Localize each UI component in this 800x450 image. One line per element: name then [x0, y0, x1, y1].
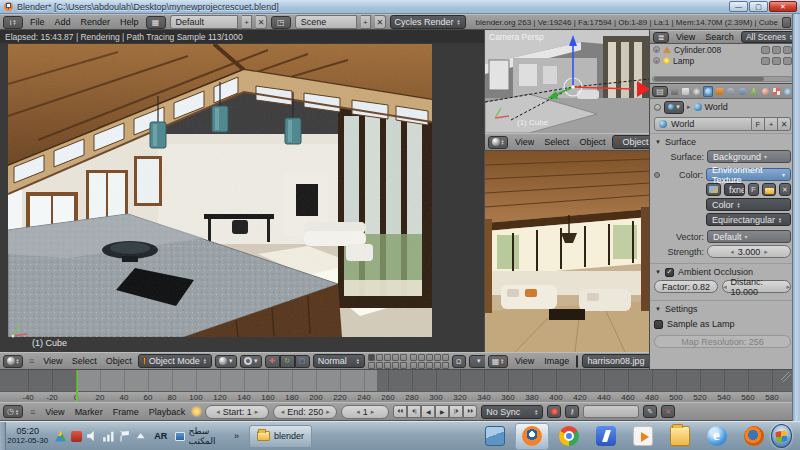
image-fake-user-button[interactable]: F	[748, 183, 759, 196]
visibility-eye-icon[interactable]	[761, 46, 770, 54]
surface-type-select[interactable]: Background▾	[707, 150, 791, 163]
tab-material-icon[interactable]	[760, 86, 770, 97]
jump-to-end-button[interactable]: ⏵⏵	[463, 405, 477, 418]
translate-manipulator-button[interactable]: ✚	[265, 355, 280, 368]
image-datablock-icon[interactable]	[706, 183, 721, 196]
view3d-menu-view[interactable]: View	[40, 356, 65, 366]
outliner-scrollbar[interactable]	[652, 76, 793, 82]
collapse-menus-icon[interactable]: ≡	[26, 356, 37, 366]
camera-menu-view[interactable]: View	[512, 137, 537, 147]
desktop-toolbar[interactable]: سطح المكتب »	[175, 426, 239, 446]
frame-end-field[interactable]: ◂End: 250▸	[273, 405, 337, 419]
camera-viewport[interactable]: Camera Persp (1) Cube	[485, 30, 650, 133]
editor-type-outliner-icon[interactable]: ≣	[653, 32, 669, 43]
render-viewport[interactable]: Elapsed: 15:43.87 | Rendering | Path Tra…	[0, 30, 485, 352]
editor-type-3dview-icon[interactable]: ▲▼	[488, 136, 508, 149]
tray-volume-icon[interactable]	[87, 431, 98, 442]
view3d-menu-object[interactable]: Object	[103, 356, 135, 366]
timeline-menu-playback[interactable]: Playback	[146, 407, 189, 417]
taskbar-window-button[interactable]: blender	[249, 425, 312, 448]
keying-set-icon[interactable]: ⚷	[565, 405, 579, 418]
image-menu-image[interactable]: Image	[541, 356, 572, 366]
taskbar-app-media-player[interactable]	[626, 423, 660, 450]
screen-layout-icon[interactable]: ▦	[146, 16, 166, 29]
taskbar-app-explorer[interactable]	[663, 423, 697, 450]
view3d-menu-select[interactable]: Select	[69, 356, 100, 366]
tray-network-icon[interactable]	[103, 431, 114, 442]
add-layout-button[interactable]: +	[242, 15, 252, 29]
tab-texture-icon[interactable]	[771, 86, 781, 97]
scene-icon[interactable]: ◳	[271, 16, 291, 29]
unlink-world-button[interactable]: ✕	[778, 117, 791, 131]
image-browse-icon[interactable]	[576, 355, 578, 368]
jump-to-start-button[interactable]: ⏴⏴	[393, 405, 407, 418]
tray-security-icon[interactable]	[71, 431, 82, 442]
record-button[interactable]	[547, 405, 561, 418]
surface-panel-header[interactable]: ▼ Surface	[650, 133, 795, 149]
taskbar-app-photo-viewer[interactable]	[478, 423, 512, 450]
snap-magnet-button[interactable]: Ω	[452, 355, 466, 368]
fake-user-button[interactable]: F	[752, 117, 765, 131]
color-space-select[interactable]: Color▲▼	[706, 198, 791, 211]
language-indicator[interactable]: AR	[154, 431, 167, 441]
tab-render-icon[interactable]	[669, 86, 679, 97]
outliner-item-lamp[interactable]: + Lamp	[650, 55, 795, 66]
timeline-track[interactable]: -40-200204060801001201401601802002202402…	[0, 370, 793, 402]
transform-orientation-select[interactable]: Normal▲▼	[313, 354, 365, 368]
rotate-manipulator-button[interactable]: ↻	[280, 355, 295, 368]
taskbar-app-chat[interactable]	[589, 423, 623, 450]
play-reverse-button[interactable]: ◀	[421, 405, 435, 418]
world-name-field[interactable]: World	[654, 117, 752, 131]
maximize-button[interactable]: ▢	[749, 1, 768, 12]
camera-menu-object[interactable]: Object	[576, 137, 608, 147]
menu-add[interactable]: Add	[52, 17, 74, 27]
menu-render[interactable]: Render	[78, 17, 114, 27]
taskbar-app-firefox[interactable]	[737, 423, 771, 450]
ao-distance-slider[interactable]: ◂Distanc: 10.000▸	[722, 280, 791, 293]
projection-select[interactable]: Equirectangular▲▼	[706, 213, 791, 226]
editor-type-timeline-icon[interactable]: ◷▲▼	[3, 405, 23, 418]
frame-start-field[interactable]: ◂Start: 1▸	[205, 405, 269, 419]
timeline-ruler[interactable]: -40-200204060801001201401601802002202402…	[0, 391, 793, 402]
settings-panel-header[interactable]: ▼ Settings	[650, 300, 795, 316]
screen-layout-field[interactable]: Default	[170, 15, 238, 29]
ambient-occlusion-checkbox[interactable]: ✓	[665, 268, 674, 277]
insert-keyframe-button[interactable]: ✎	[643, 405, 657, 418]
toolbar-overflow-chevron[interactable]: »	[234, 431, 239, 441]
tray-hidden-icon[interactable]	[135, 431, 146, 442]
outliner-menu-view[interactable]: View	[673, 32, 698, 42]
image-editor-viewport[interactable]	[485, 151, 650, 352]
tab-data-icon[interactable]	[749, 86, 759, 97]
taskbar-app-ie[interactable]	[700, 423, 734, 450]
start-button[interactable]	[771, 424, 792, 448]
outliner-menu-search[interactable]: Search	[702, 32, 737, 42]
pin-icon[interactable]	[654, 104, 661, 111]
scale-manipulator-button[interactable]: ▢	[295, 355, 310, 368]
minimize-button[interactable]: —	[729, 1, 748, 12]
sync-select[interactable]: No Sync▲▼	[481, 405, 543, 419]
editor-type-image-icon[interactable]: ▦▲▼	[488, 355, 508, 368]
timeline-menu-view[interactable]: View	[42, 407, 67, 417]
camera-menu-select[interactable]: Select	[541, 137, 572, 147]
next-keyframe-button[interactable]: |⏵	[449, 405, 463, 418]
snap-element-select[interactable]: ▾	[469, 355, 485, 368]
tab-world-icon[interactable]	[703, 86, 713, 97]
renderable-camera-icon[interactable]	[783, 57, 792, 65]
keying-set-field[interactable]	[583, 405, 639, 418]
renderable-camera-icon[interactable]	[783, 46, 792, 54]
render-engine-select[interactable]: Cycles Render▲▼	[390, 15, 466, 29]
region-corner-handle[interactable]	[781, 372, 791, 382]
timeline-menu-frame[interactable]: Frame	[110, 407, 142, 417]
editor-type-3dview-icon[interactable]: ▲▼	[3, 355, 23, 368]
current-frame-field[interactable]: ◂1▸	[341, 405, 389, 419]
window-titlebar[interactable]: Blender* [C:\Users\abdoulah\Desktop\myne…	[0, 0, 800, 14]
tray-drive-icon[interactable]	[55, 431, 66, 442]
image-name-field[interactable]: harrison08.jpg	[582, 354, 650, 368]
remove-scene-button[interactable]: ✕	[375, 15, 385, 29]
outliner-item-cylinder[interactable]: + Cylinder.008	[650, 44, 795, 55]
mode-select[interactable]: Object Mode▲▼	[138, 354, 212, 368]
remove-layout-button[interactable]: ✕	[256, 15, 266, 29]
scene-field[interactable]: Scene	[295, 15, 357, 29]
collapse-menus-icon[interactable]: ≡	[27, 407, 38, 417]
taskbar-app-chrome[interactable]	[552, 423, 586, 450]
